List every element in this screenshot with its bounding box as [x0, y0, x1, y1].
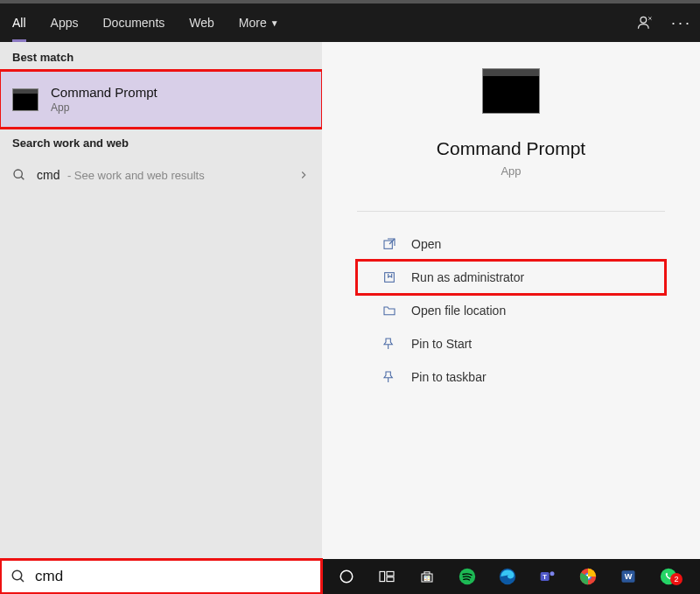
svg-rect-13	[424, 578, 426, 580]
tab-documents[interactable]: Documents	[90, 3, 177, 42]
svg-point-7	[340, 570, 353, 583]
microsoft-store-icon[interactable]	[416, 566, 438, 587]
chrome-icon[interactable]	[578, 566, 598, 587]
taskbar: T W 2	[0, 559, 700, 594]
svg-rect-10	[387, 577, 394, 582]
command-prompt-large-icon	[482, 68, 540, 114]
svg-rect-8	[380, 571, 385, 581]
tab-more-label: More	[239, 16, 267, 30]
taskbar-search-box[interactable]	[0, 559, 322, 594]
pin-icon	[382, 336, 397, 352]
svg-point-5	[12, 570, 22, 580]
svg-text:W: W	[625, 572, 633, 581]
preview-panel: Command Prompt App Open Run as administr…	[322, 42, 700, 559]
action-pin-start-label: Pin to Start	[411, 337, 472, 351]
cortana-icon[interactable]	[336, 566, 357, 587]
chevron-right-icon	[298, 169, 310, 181]
action-open-file-location[interactable]: Open file location	[357, 294, 665, 327]
tab-web[interactable]: Web	[177, 3, 227, 42]
divider	[357, 211, 665, 212]
pin-icon	[382, 369, 397, 385]
svg-point-19	[550, 571, 555, 576]
task-view-icon[interactable]	[376, 566, 397, 587]
svg-point-0	[640, 17, 647, 23]
best-match-header: Best match	[0, 42, 322, 71]
preview-subtitle: App	[500, 164, 521, 178]
action-open-label: Open	[411, 237, 441, 251]
action-run-as-administrator[interactable]: Run as administrator	[357, 261, 665, 294]
svg-rect-9	[387, 571, 394, 576]
result-subtitle: App	[51, 101, 158, 114]
word-icon[interactable]: W	[618, 566, 639, 587]
action-pin-to-taskbar[interactable]: Pin to taskbar	[357, 360, 665, 394]
search-icon	[10, 569, 26, 584]
result-title: Command Prompt	[51, 85, 158, 100]
preview-title: Command Prompt	[437, 138, 585, 159]
notification-badge: 2	[670, 573, 682, 585]
svg-rect-4	[385, 273, 395, 283]
open-icon	[382, 236, 397, 252]
teams-icon[interactable]: T	[537, 566, 558, 587]
web-query: cmd	[37, 168, 60, 182]
web-result-cmd[interactable]: cmd - See work and web results	[0, 157, 322, 193]
action-pin-to-start[interactable]: Pin to Start	[357, 327, 665, 360]
best-match-result[interactable]: Command Prompt App	[0, 71, 322, 128]
whatsapp-icon[interactable]: 2	[658, 566, 679, 587]
spotify-icon[interactable]	[457, 566, 478, 587]
search-icon	[12, 168, 26, 182]
svg-line-2	[21, 177, 24, 179]
results-panel: Best match Command Prompt App Search wor…	[0, 42, 322, 559]
svg-line-6	[20, 578, 24, 582]
svg-point-1	[14, 170, 22, 178]
chevron-down-icon: ▼	[270, 18, 279, 28]
web-query-sub: - See work and web results	[67, 169, 205, 182]
action-pin-taskbar-label: Pin to taskbar	[411, 370, 486, 384]
shield-icon	[382, 269, 397, 285]
folder-icon	[382, 303, 397, 318]
tab-all[interactable]: All	[0, 3, 38, 42]
more-options-icon[interactable]: ···	[663, 3, 700, 42]
edge-icon[interactable]	[497, 566, 518, 587]
action-open[interactable]: Open	[357, 227, 665, 261]
svg-text:T: T	[542, 573, 547, 581]
search-input[interactable]	[35, 568, 312, 585]
svg-rect-11	[424, 576, 426, 577]
action-file-loc-label: Open file location	[411, 304, 506, 318]
action-run-admin-label: Run as administrator	[411, 270, 524, 284]
tab-apps[interactable]: Apps	[38, 3, 91, 42]
svg-rect-12	[428, 576, 430, 577]
command-prompt-icon	[12, 88, 38, 111]
tab-more[interactable]: More ▼	[227, 3, 291, 42]
search-work-web-header: Search work and web	[0, 128, 322, 157]
svg-rect-14	[428, 578, 430, 580]
feedback-icon[interactable]	[626, 3, 663, 42]
search-filter-tabs: All Apps Documents Web More ▼ ···	[0, 0, 700, 42]
